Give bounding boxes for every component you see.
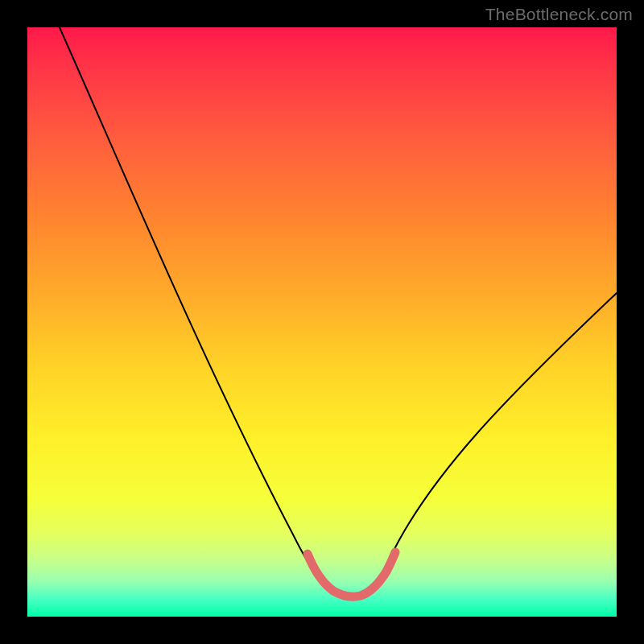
optimal-range-marker-path: [308, 552, 395, 597]
watermark-text: TheBottleneck.com: [485, 5, 633, 24]
bottleneck-curve-path: [60, 27, 617, 598]
chart-stage: TheBottleneck.com: [0, 0, 644, 644]
curve-layer: [27, 27, 617, 617]
plot-area: [27, 27, 617, 617]
